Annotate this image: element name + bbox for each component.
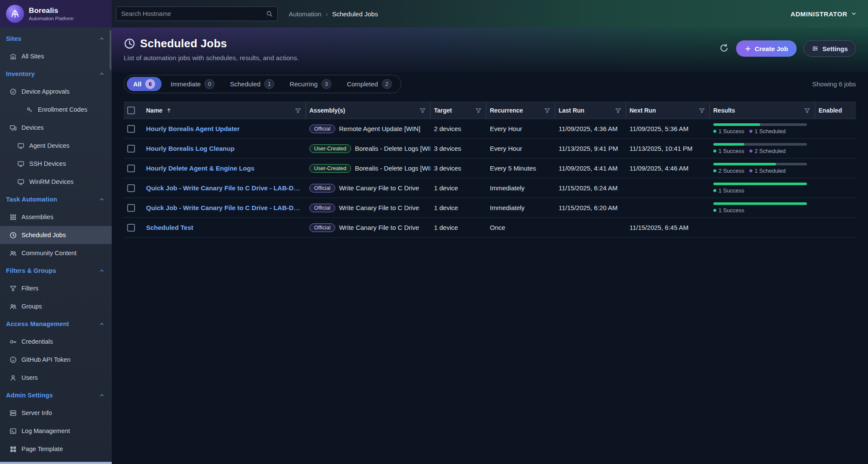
sidebar-item-scheduled-jobs[interactable]: Scheduled Jobs <box>0 226 112 244</box>
sidebar-section-access-management[interactable]: Access Management <box>0 315 112 333</box>
sidebar-item-label: GitHub API Token <box>21 356 70 363</box>
page-title: Scheduled Jobs <box>140 37 227 50</box>
sidebar-item-community-content[interactable]: Community Content <box>0 244 112 262</box>
sidebar-scrollbar[interactable] <box>110 30 111 70</box>
next-run-cell: 11/15/2025, 6:45 AM <box>626 224 710 231</box>
last-run-cell: 11/15/2025, 6:24 AM <box>555 184 626 192</box>
clock-icon <box>9 232 17 239</box>
sidebar-section-sites[interactable]: Sites <box>0 30 112 47</box>
result-stat-label: 2 Success <box>718 168 744 174</box>
chevron-up-icon <box>99 36 105 42</box>
assembly-name: Write Canary File to C Drive <box>339 204 419 211</box>
sidebar-item-assemblies[interactable]: Assemblies <box>0 208 112 226</box>
filter-icon[interactable] <box>699 107 705 114</box>
sidebar-item-enrollment-codes[interactable]: Enrollment Codes <box>0 101 112 119</box>
job-name-link[interactable]: Hourly Borealis Agent Updater <box>146 125 240 132</box>
row-checkbox[interactable] <box>127 145 135 153</box>
row-checkbox[interactable] <box>127 125 135 133</box>
sidebar-item-label: Agent Devices <box>29 142 70 149</box>
search-input[interactable] <box>116 7 277 21</box>
target-cell: 3 devices <box>431 145 486 152</box>
scheduled-dot-icon <box>749 169 752 172</box>
job-name-link[interactable]: Scheduled Test <box>146 224 193 231</box>
sidebar-item-filters[interactable]: Filters <box>0 279 112 297</box>
tab-scheduled[interactable]: Scheduled1 <box>223 77 281 91</box>
sidebar-section-label: Filters & Groups <box>6 267 56 274</box>
job-name-link[interactable]: Quick Job - Write Canary File to C Drive… <box>146 184 306 192</box>
sidebar-item-log-management[interactable]: Log Management <box>0 422 112 440</box>
row-checkbox[interactable] <box>127 224 135 232</box>
results-progress-bar <box>713 143 807 146</box>
filter-icon[interactable] <box>475 107 482 114</box>
row-checkbox[interactable] <box>127 184 135 192</box>
refresh-button[interactable] <box>719 43 729 54</box>
next-run-cell: 11/09/2025, 5:36 AM <box>626 125 710 132</box>
table-row: Scheduled TestOfficialWrite Canary File … <box>124 218 856 238</box>
sidebar-section-filters-groups[interactable]: Filters & Groups <box>0 262 112 279</box>
app-logo-row[interactable]: Borealis Automation Platform <box>0 0 112 27</box>
sidebar-item-github-api-token[interactable]: GitHub API Token <box>0 351 112 369</box>
result-stat-label: 1 Success <box>718 148 744 154</box>
tab-recurring[interactable]: Recurring3 <box>283 77 338 91</box>
filter-icon[interactable] <box>804 107 810 114</box>
column-header-next-run: Next Run <box>626 102 710 119</box>
page-header: Scheduled Jobs List of automation jobs w… <box>112 27 868 72</box>
last-run-cell: 11/09/2025, 4:41 AM <box>555 165 626 172</box>
result-stat-label: 2 Scheduled <box>755 148 785 154</box>
assembly-badge: Official <box>309 125 335 133</box>
select-all-checkbox[interactable] <box>127 107 135 114</box>
sidebar-item-agent-devices[interactable]: Agent Devices <box>0 137 112 155</box>
result-stat: 1 Success <box>713 187 744 194</box>
sidebar-item-users[interactable]: Users <box>0 369 112 387</box>
chevron-up-icon <box>99 392 105 398</box>
job-name-link[interactable]: Hourly Delete Agent & Engine Logs <box>146 165 254 172</box>
sidebar: Borealis Automation Platform SitesAll Si… <box>0 0 112 464</box>
sidebar-section-label: Task Automation <box>6 196 57 203</box>
grid-icon <box>9 214 17 221</box>
row-checkbox[interactable] <box>127 204 135 212</box>
name-cell: Hourly Borealis Agent Updater <box>143 125 306 132</box>
sidebar-section-task-automation[interactable]: Task Automation <box>0 191 112 208</box>
breadcrumb-automation[interactable]: Automation <box>289 10 321 18</box>
filter-icon[interactable] <box>295 107 301 114</box>
results-cell: 1 Success2 Scheduled <box>710 143 815 154</box>
sidebar-item-credentials[interactable]: Credentials <box>0 333 112 351</box>
tab-immediate[interactable]: Immediate0 <box>164 77 221 91</box>
sidebar-item-devices[interactable]: Devices <box>0 119 112 137</box>
sidebar-item-winrm-devices[interactable]: WinRM Devices <box>0 173 112 191</box>
search-icon[interactable] <box>266 10 273 17</box>
sidebar-section-inventory[interactable]: Inventory <box>0 65 112 82</box>
recurrence-cell: Immediately <box>486 184 555 192</box>
sidebar-item-groups[interactable]: Groups <box>0 297 112 315</box>
sidebar-item-all-sites[interactable]: All Sites <box>0 47 112 65</box>
job-name-link[interactable]: Quick Job - Write Canary File to C Drive… <box>146 204 306 211</box>
assembly-badge: Official <box>309 204 335 212</box>
sidebar-section-admin-settings[interactable]: Admin Settings <box>0 387 112 404</box>
filter-icon[interactable] <box>544 107 550 114</box>
sidebar-item-server-info[interactable]: Server Info <box>0 404 112 422</box>
name-cell: Hourly Borealis Log Cleanup <box>143 145 306 152</box>
row-checkbox-cell <box>124 224 143 232</box>
settings-button[interactable]: Settings <box>804 40 856 57</box>
sidebar-item-device-approvals[interactable]: Device Approvals <box>0 82 112 101</box>
assembly-badge: User-Created <box>309 164 351 173</box>
result-stat: 1 Scheduled <box>749 128 785 134</box>
filter-icon[interactable] <box>419 107 426 114</box>
row-checkbox[interactable] <box>127 165 135 172</box>
tab-all[interactable]: All6 <box>127 77 162 91</box>
sidebar-item-label: Page Template <box>21 446 63 452</box>
user-menu[interactable]: ADMINISTRATOR <box>791 10 857 18</box>
recurrence-cell: Every Hour <box>486 145 555 152</box>
result-stat: 2 Success <box>713 168 744 174</box>
sidebar-section-label: Sites <box>6 35 21 42</box>
table-header-checkbox-cell <box>124 102 143 119</box>
create-job-button[interactable]: Create Job <box>736 40 797 57</box>
filter-icon[interactable] <box>615 107 621 114</box>
user-label: ADMINISTRATOR <box>791 10 847 18</box>
chevron-up-icon <box>99 71 105 77</box>
job-name-link[interactable]: Hourly Borealis Log Cleanup <box>146 145 235 152</box>
tab-completed[interactable]: Completed2 <box>340 77 398 91</box>
sidebar-item-page-template[interactable]: Page Template <box>0 440 112 458</box>
sidebar-item-ssh-devices[interactable]: SSH Devices <box>0 155 112 173</box>
result-stat-label: 1 Success <box>718 207 744 214</box>
